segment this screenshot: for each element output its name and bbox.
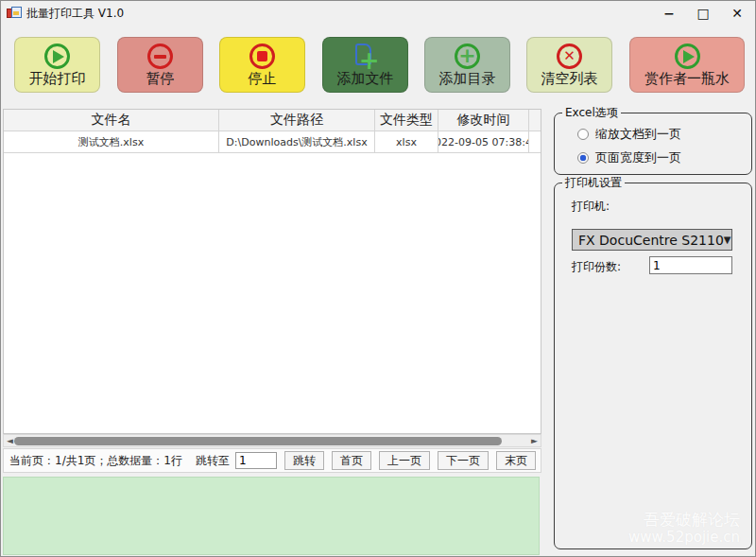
reward-author-button[interactable]: 赏作者一瓶水: [629, 37, 745, 93]
printer-settings-title: 打印机设置: [562, 175, 625, 191]
app-window: 批量打印工具 V1.0 − □ ✕ 开始打印 暂停 停止 + 添加文件 + 添加…: [0, 0, 756, 557]
window-title: 批量打印工具 V1.0: [26, 6, 124, 22]
minimize-button[interactable]: −: [659, 4, 679, 23]
cell-filetype: xlsx: [375, 131, 438, 153]
cell-filepath: D:\Downloads\测试文档.xlsx: [219, 131, 375, 153]
play-circle-icon: [44, 44, 70, 69]
clear-list-label: 清空列表: [541, 72, 598, 86]
radio-label: 页面宽度到一页: [595, 149, 681, 166]
pause-button[interactable]: 暂停: [117, 37, 203, 93]
start-print-button[interactable]: 开始打印: [14, 37, 100, 93]
watermark-line1: 吾爱破解论坛: [628, 510, 740, 529]
scroll-left-arrow-icon[interactable]: ◄: [7, 436, 13, 446]
prev-page-button[interactable]: 上一页: [379, 451, 430, 470]
start-print-label: 开始打印: [29, 72, 86, 86]
add-file-button[interactable]: + 添加文件: [322, 37, 408, 93]
stop-button[interactable]: 停止: [219, 37, 305, 93]
clear-list-button[interactable]: ✕ 清空列表: [526, 37, 612, 93]
log-panel: [3, 477, 540, 555]
last-page-button[interactable]: 末页: [496, 451, 536, 470]
copies-label: 打印份数:: [572, 259, 621, 275]
add-directory-label: 添加目录: [439, 72, 496, 86]
watermark-line2: www.52pojie.cn: [628, 529, 740, 546]
app-icon: [7, 6, 22, 21]
column-header-status[interactable]: 状态: [529, 110, 541, 131]
maximize-button[interactable]: □: [693, 4, 713, 23]
radio-icon[interactable]: [577, 129, 589, 140]
pause-label: 暂停: [146, 72, 175, 86]
excel-options-group: Excel选项 缩放文档到一页 页面宽度到一页: [554, 113, 752, 175]
clear-circle-icon: ✕: [557, 44, 582, 69]
stop-circle-icon: [249, 44, 275, 69]
stop-label: 停止: [249, 72, 277, 86]
first-page-button[interactable]: 首页: [332, 451, 371, 470]
add-directory-button[interactable]: + 添加目录: [424, 37, 510, 93]
column-header-filetype[interactable]: 文件类型: [375, 110, 438, 131]
pause-circle-icon: [147, 44, 173, 69]
pagination-bar: 当前页：1/共1页；总数据量：1行 跳转至 跳转 首页 上一页 下一页 末页: [3, 448, 541, 473]
excel-options-title: Excel选项: [562, 105, 621, 121]
scroll-right-arrow-icon[interactable]: ►: [531, 436, 538, 446]
cell-status: 未打印: [529, 131, 541, 153]
column-header-filepath[interactable]: 文件路径: [219, 110, 375, 131]
play-circle-icon: [675, 44, 700, 69]
radio-option-fit-width-one-page[interactable]: 页面宽度到一页: [577, 149, 751, 166]
column-header-filename[interactable]: 文件名: [4, 110, 219, 131]
radio-selected-icon[interactable]: [577, 152, 589, 164]
scrollbar-thumb[interactable]: [14, 437, 502, 445]
title-bar: 批量打印工具 V1.0 − □ ✕: [1, 1, 755, 26]
table-header-row: 文件名 文件路径 文件类型 修改时间 状态: [4, 110, 541, 131]
table-row[interactable]: 测试文档.xlsx D:\Downloads\测试文档.xlsx xlsx 20…: [4, 131, 541, 153]
horizontal-scrollbar[interactable]: ◄ ►: [3, 434, 541, 447]
page-status-text: 当前页：1/共1页；总数据量：1行: [9, 453, 182, 469]
watermark: 吾爱破解论坛 www.52pojie.cn: [628, 510, 740, 546]
copies-input[interactable]: [649, 256, 732, 274]
cell-modified: 2022-09-05 07:38:43: [438, 131, 529, 153]
cell-filename: 测试文档.xlsx: [4, 131, 219, 153]
close-button[interactable]: ✕: [727, 4, 747, 23]
file-plus-icon: +: [353, 44, 378, 69]
jump-button[interactable]: 跳转: [284, 451, 324, 470]
radio-option-scale-to-one-page[interactable]: 缩放文档到一页: [577, 126, 751, 143]
jump-to-label: 跳转至: [196, 453, 230, 469]
plus-circle-icon: +: [455, 44, 480, 69]
printer-settings-group: 打印机设置 打印机: FX DocuCentre S2110 ▼ 打印份数:: [554, 183, 752, 549]
column-header-modified[interactable]: 修改时间: [438, 110, 529, 131]
printer-dropdown-value: FX DocuCentre S2110: [578, 233, 724, 248]
printer-label: 打印机:: [572, 199, 610, 215]
printer-dropdown[interactable]: FX DocuCentre S2110 ▼: [572, 229, 732, 251]
chevron-down-icon: ▼: [724, 235, 731, 245]
reward-author-label: 赏作者一瓶水: [644, 72, 730, 86]
radio-label: 缩放文档到一页: [595, 126, 681, 143]
jump-page-input[interactable]: [235, 452, 277, 469]
next-page-button[interactable]: 下一页: [438, 451, 489, 470]
file-table: 文件名 文件路径 文件类型 修改时间 状态 测试文档.xlsx D:\Downl…: [3, 109, 541, 434]
